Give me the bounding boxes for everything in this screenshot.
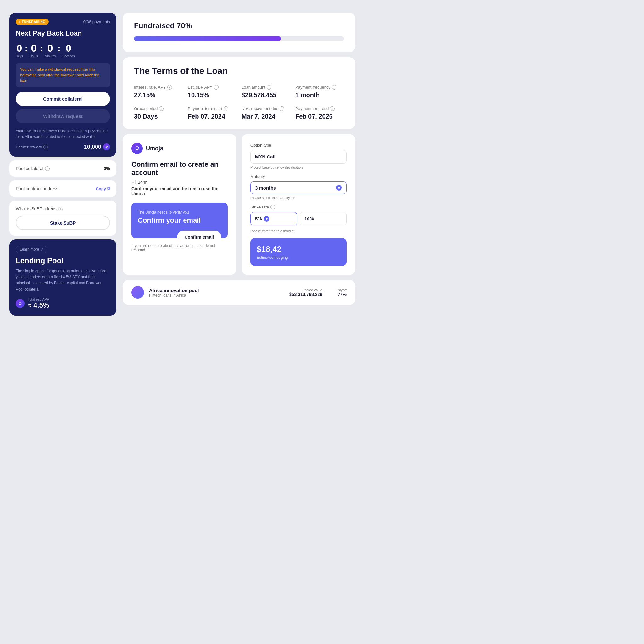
africa-pool-row: Africa innovation pool Fintech loans in …	[123, 280, 355, 305]
rewards-text: Your rewards if Borrower Pool successful…	[16, 128, 110, 140]
option-card: Option type Protect base currency devalu…	[241, 134, 355, 275]
africa-pool-info: Africa innovation pool Fintech loans in …	[149, 288, 284, 297]
terms-grid: Interest rate. APY i 27.15% Est. sBP APY…	[134, 85, 344, 120]
backer-reward-label: Backer reward i	[16, 145, 48, 149]
estimated-box: $18,42 Estimated hedging	[250, 238, 347, 266]
learn-more-button[interactable]: Learn more ↗	[16, 246, 47, 253]
days-label: Days	[16, 54, 23, 58]
subp-info-icon[interactable]: i	[58, 207, 63, 211]
grace-period-info-icon[interactable]: i	[159, 106, 164, 111]
payment-freq-info-icon[interactable]: i	[332, 85, 336, 90]
pool-contract-row: Pool contract address Copy ⧉	[16, 186, 110, 191]
hours-value: 0	[31, 43, 37, 53]
lending-pool-title: Lending Pool	[16, 256, 110, 265]
option-type-input[interactable]	[250, 150, 347, 164]
terms-loan-amount: Loan amount i $29,578.455	[241, 85, 290, 99]
maturity-row[interactable]: 3 months	[250, 181, 347, 194]
terms-interest-rate-label: Interest rate. APY i	[134, 85, 183, 90]
loan-amount-info-icon[interactable]: i	[267, 85, 271, 90]
strike-val-1: 5%	[255, 216, 262, 221]
next-repayment-info-icon[interactable]: i	[280, 106, 284, 111]
terms-payment-end-label: Payment term end i	[295, 106, 344, 111]
maturity-value: 3 months	[255, 185, 334, 191]
bottom-row: Ω Umoja Confirm email to create an accou…	[123, 134, 355, 275]
strike-input-1[interactable]: 5%	[250, 212, 297, 225]
payment-end-info-icon[interactable]: i	[330, 106, 335, 111]
email-footer: If you are not sure about this action, p…	[131, 243, 228, 252]
card-header: + FUNDRAISING 0/36 payments	[16, 19, 110, 25]
commit-collateral-button[interactable]: Commit collateral	[16, 92, 110, 106]
africa-payoff-value: 77%	[337, 292, 347, 297]
africa-pooled-stat: Pooled value $53,313,768.229	[289, 288, 322, 297]
withdraw-request-button[interactable]: Withdraw request	[16, 109, 110, 123]
pool-collateral-info-icon[interactable]: i	[45, 166, 50, 171]
strike-hint: Please enter the threshold at	[250, 229, 347, 233]
umoja-brand-name: Umoja	[146, 145, 163, 152]
terms-payment-end: Payment term end i Feb 07, 2026	[295, 106, 344, 120]
confirm-box-title: Confirm your email	[138, 216, 221, 225]
terms-payment-freq-label: Payment frequency i	[295, 85, 344, 90]
sep2: :	[40, 43, 43, 53]
payment-start-info-icon[interactable]: i	[224, 106, 228, 111]
terms-next-repayment-label: Next repayment due i	[241, 106, 290, 111]
fundraising-badge: + FUNDRAISING	[16, 19, 49, 25]
africa-pooled-value: $53,313,768.229	[289, 292, 322, 297]
africa-pool-sub: Fintech loans in Africa	[149, 293, 284, 297]
days-value: 0	[17, 43, 22, 53]
payments-label: 0/36 payments	[83, 19, 110, 24]
apr-info: Total est. APR ≈ 4.5%	[28, 297, 49, 309]
pool-collateral-card: Pool collateral i 0%	[9, 160, 116, 177]
left-column: + FUNDRAISING 0/36 payments Next Pay Bac…	[9, 13, 116, 316]
progress-bar-bg	[134, 36, 344, 41]
strike-label-row: Strike rate i	[250, 205, 347, 209]
subp-label: What is $uBP tokens i	[16, 206, 110, 211]
strike-info-icon[interactable]: i	[270, 205, 275, 209]
terms-grace-period-label: Grace period i	[134, 106, 183, 111]
apr-row: Ω Total est. APR ≈ 4.5%	[16, 297, 110, 309]
total-apr-label: Total est. APR	[28, 297, 49, 301]
minutes-label: Minutes	[45, 54, 56, 58]
terms-payment-freq: Payment frequency i 1 month	[295, 85, 344, 99]
strike-rate-label: Strike rate	[250, 205, 269, 209]
lending-pool-desc: The simple option for generating automat…	[16, 268, 110, 292]
apr-value: ≈ 4.5%	[28, 301, 49, 309]
lending-pool-card: Learn more ↗ Lending Pool The simple opt…	[9, 239, 116, 316]
estimated-label: Estimated hedging	[257, 255, 340, 260]
copy-icon: ⧉	[107, 186, 110, 191]
confirm-email-button[interactable]: Confirm email	[177, 231, 221, 243]
terms-title: The Terms of the Loan	[134, 66, 344, 76]
right-column: Fundraised 70% The Terms of the Loan Int…	[123, 13, 355, 316]
maturity-radio	[336, 185, 342, 191]
copy-button[interactable]: Copy ⧉	[96, 186, 110, 191]
email-greeting: Hi, John	[131, 180, 228, 185]
subp-card: What is $uBP tokens i Stake $uBP	[9, 201, 116, 236]
verify-label: The Umoja needs to verify you	[138, 210, 221, 214]
fundraised-title: Fundraised 70%	[134, 21, 344, 30]
umoja-small-icon: Ω	[16, 299, 25, 308]
days-counter: 0 Days	[16, 43, 23, 58]
seconds-value: 0	[66, 43, 71, 53]
terms-next-repayment: Next repayment due i Mar 7, 2024	[241, 106, 290, 120]
email-main-title: Confirm email to create an account	[131, 160, 228, 177]
strike-row: 5%	[250, 212, 347, 227]
est-sbp-info-icon[interactable]: i	[214, 85, 219, 90]
maturity-hint: Please select the maturity for	[250, 196, 347, 200]
terms-payment-start-value: Feb 07, 2024	[188, 113, 236, 120]
africa-pooled-label: Pooled value	[289, 288, 322, 292]
strike-input-2[interactable]	[300, 212, 347, 225]
warning-text: You can make a withdrawal request from t…	[20, 67, 106, 84]
stake-button[interactable]: Stake $uBP	[16, 216, 110, 230]
terms-est-sbp-value: 10.15%	[188, 92, 236, 99]
token-icon: ◎	[103, 143, 110, 150]
option-type-label: Option type	[250, 143, 347, 147]
backer-reward-info-icon[interactable]: i	[43, 145, 48, 149]
backer-reward-row: Backer reward i 10,000 ◎	[16, 143, 110, 150]
pool-collateral-value: 0%	[104, 166, 110, 171]
strike-radio-1	[264, 216, 269, 222]
terms-est-sbp: Est. sBP APY i 10.15%	[188, 85, 236, 99]
pool-contract-label: Pool contract address	[16, 186, 58, 191]
interest-rate-info-icon[interactable]: i	[167, 85, 172, 90]
email-confirm-card: Ω Umoja Confirm email to create an accou…	[123, 134, 236, 275]
sep1: :	[25, 43, 28, 53]
terms-est-sbp-label: Est. sBP APY i	[188, 85, 236, 90]
